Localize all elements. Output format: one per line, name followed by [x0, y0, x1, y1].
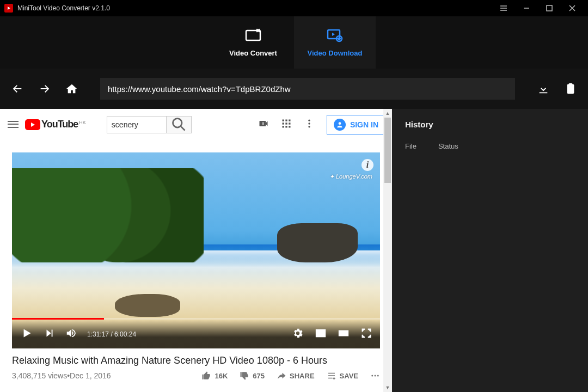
svg-rect-12: [285, 122, 287, 124]
video-player[interactable]: i ✦ LoungeV.com 1:31:17 / 6:00:24: [12, 152, 380, 348]
apps-icon[interactable]: [281, 118, 292, 131]
browser-toolbar: [0, 69, 588, 109]
signin-label: SIGN IN: [350, 120, 378, 129]
youtube-wordmark: YouTube: [41, 119, 78, 130]
view-count: 3,408,715 views: [12, 371, 67, 380]
more-icon[interactable]: [304, 118, 315, 131]
svg-point-17: [308, 119, 310, 121]
tab-label: Video Download: [308, 49, 363, 57]
col-status: Status: [438, 142, 458, 150]
svg-rect-10: [289, 119, 290, 121]
svg-rect-1: [246, 30, 260, 40]
history-columns: File Status: [405, 142, 575, 150]
video-title: Relaxing Music with Amazing Nature Scene…: [12, 355, 380, 366]
time-display: 1:31:17 / 6:00:24: [87, 330, 136, 338]
clipboard-button[interactable]: [564, 82, 577, 95]
svg-rect-13: [289, 122, 290, 124]
window-titlebar: MiniTool Video Converter v2.1.0: [0, 0, 588, 16]
user-icon: [334, 119, 346, 131]
search-button[interactable]: [167, 116, 192, 133]
youtube-play-icon: [25, 119, 40, 130]
forward-button[interactable]: [38, 82, 51, 95]
theater-icon[interactable]: [338, 327, 350, 341]
mode-tabs: Video Convert Video Download: [0, 16, 588, 69]
signin-button[interactable]: SIGN IN: [327, 115, 385, 134]
upload-date: Dec 1, 2016: [70, 371, 111, 380]
youtube-header: YouTube HK SIGN IN: [0, 109, 392, 140]
share-button[interactable]: SHARE: [277, 371, 315, 381]
svg-rect-6: [569, 84, 572, 86]
svg-point-26: [377, 375, 379, 377]
save-button[interactable]: SAVE: [327, 371, 358, 381]
tab-video-convert[interactable]: Video Convert: [212, 16, 294, 69]
svg-point-19: [308, 126, 310, 127]
settings-icon[interactable]: [292, 327, 304, 341]
youtube-logo[interactable]: YouTube HK: [25, 119, 86, 130]
embedded-browser: YouTube HK SIGN IN: [0, 109, 392, 392]
svg-rect-16: [289, 126, 290, 127]
next-button[interactable]: [44, 327, 56, 341]
search-input[interactable]: [107, 116, 167, 133]
tab-video-download[interactable]: Video Download: [294, 16, 376, 69]
svg-point-20: [339, 122, 341, 125]
svg-marker-3: [332, 33, 335, 36]
miniplayer-icon[interactable]: [315, 327, 327, 341]
svg-point-25: [375, 375, 376, 377]
svg-rect-8: [282, 119, 284, 121]
svg-rect-14: [282, 126, 284, 127]
search-form: [107, 116, 192, 133]
play-button[interactable]: [20, 326, 34, 342]
window-title: MiniTool Video Converter v2.1.0: [17, 4, 110, 12]
col-file: File: [405, 142, 416, 150]
url-input[interactable]: [100, 78, 515, 100]
history-heading: History: [405, 120, 575, 129]
svg-rect-22: [321, 333, 324, 336]
maximize-button[interactable]: [538, 0, 561, 16]
info-icon[interactable]: i: [362, 159, 373, 171]
history-panel: History File Status: [392, 109, 588, 392]
svg-rect-11: [282, 122, 284, 124]
more-actions-icon[interactable]: [370, 371, 380, 381]
svg-rect-15: [285, 126, 287, 127]
svg-rect-9: [285, 119, 287, 121]
progress-bar[interactable]: [12, 318, 380, 320]
svg-rect-0: [547, 5, 552, 11]
svg-point-18: [308, 122, 310, 124]
back-button[interactable]: [11, 82, 24, 95]
scrollbar[interactable]: ▲▼: [383, 109, 392, 392]
tab-label: Video Convert: [229, 49, 277, 57]
create-icon[interactable]: [258, 118, 269, 131]
dislike-button[interactable]: 675: [240, 371, 265, 381]
minimize-button[interactable]: [515, 0, 538, 16]
close-button[interactable]: [561, 0, 584, 16]
region-code: HK: [79, 120, 86, 125]
video-watermark: ✦ LoungeV.com: [329, 173, 372, 180]
app-logo-icon: [4, 4, 13, 13]
menu-button[interactable]: [492, 0, 515, 16]
svg-point-24: [371, 375, 373, 377]
player-controls: 1:31:17 / 6:00:24: [12, 320, 380, 348]
like-button[interactable]: 16K: [201, 371, 228, 381]
fullscreen-icon[interactable]: [360, 327, 372, 341]
video-meta: Relaxing Music with Amazing Nature Scene…: [0, 348, 392, 381]
hamburger-icon[interactable]: [7, 118, 20, 131]
home-button[interactable]: [65, 82, 78, 95]
volume-button[interactable]: [65, 327, 77, 341]
svg-rect-23: [339, 330, 348, 335]
download-button[interactable]: [537, 82, 550, 95]
svg-point-7: [173, 119, 182, 128]
